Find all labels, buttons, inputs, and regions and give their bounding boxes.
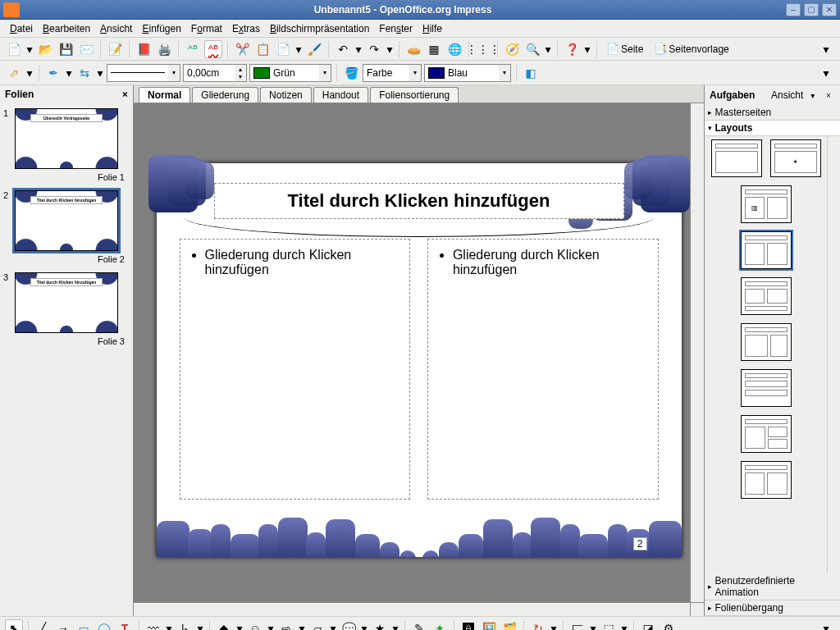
text-tool-icon[interactable]: T [116, 619, 134, 631]
align-dropdown[interactable]: ▾ [589, 619, 597, 631]
tasks-view-dropdown-icon[interactable]: ▾ [806, 89, 819, 102]
section-transition[interactable]: ▸Folienübergang [705, 600, 840, 616]
fill-color-select[interactable]: Blau▾ [424, 64, 511, 82]
select-tool-icon[interactable]: ⬉ [5, 619, 23, 631]
line-tool-icon[interactable]: ╱ [34, 619, 52, 631]
arrange-dropdown[interactable]: ▾ [620, 619, 628, 631]
block-arrows-icon[interactable]: ⇨ [277, 619, 295, 631]
layout-thumb[interactable] [711, 139, 762, 177]
layout-thumb[interactable] [741, 415, 792, 453]
drawing-overflow-icon[interactable]: ▾ [817, 619, 835, 631]
new-doc-dropdown[interactable]: ▾ [25, 40, 34, 58]
slides-panel-close-icon[interactable]: × [122, 89, 128, 100]
pointer-dropdown[interactable]: ▾ [25, 64, 34, 82]
arrow-tool-icon[interactable]: → [54, 619, 72, 631]
undo-dropdown[interactable]: ▾ [354, 40, 363, 58]
callouts-dropdown[interactable]: ▾ [360, 619, 368, 631]
gluepoints-icon[interactable]: ✦ [431, 619, 449, 631]
print-icon[interactable]: 🖨️ [155, 40, 173, 58]
layout-thumb[interactable] [741, 323, 792, 361]
redo-dropdown[interactable]: ▾ [386, 40, 394, 58]
zoom-dropdown[interactable]: ▾ [544, 40, 552, 58]
menu-bearbeiten[interactable]: Bearbeiten [38, 23, 95, 34]
menu-hilfe[interactable]: Hilfe [418, 23, 447, 34]
help-dropdown[interactable]: ▾ [583, 40, 591, 58]
arrow-ends-dropdown[interactable]: ▾ [96, 64, 104, 82]
mail-icon[interactable]: ✉️ [77, 40, 95, 58]
tab-notizen[interactable]: Notizen [260, 87, 312, 103]
line-pattern-select[interactable]: ▾ [107, 64, 180, 82]
gallery-icon[interactable]: 🗂️ [500, 619, 518, 631]
copy-icon[interactable]: 📋 [253, 40, 272, 58]
layout-thumb[interactable]: ✶ [770, 139, 821, 177]
line-style-icon[interactable]: ✒︎ [44, 64, 62, 82]
shadow-icon[interactable]: ◧ [522, 64, 540, 82]
basic-shapes-icon[interactable]: ◆ [215, 619, 233, 631]
cut-icon[interactable]: ✂️ [233, 40, 251, 58]
arrange-icon[interactable]: ⬚ [600, 619, 618, 631]
section-custom-animation[interactable]: ▸Benutzerdefinierte Animation [705, 573, 840, 600]
new-doc-icon[interactable]: 📄 [5, 40, 23, 58]
paste-icon[interactable]: 📄 [274, 40, 292, 58]
tasks-view-label[interactable]: Ansicht [771, 89, 803, 101]
minimize-button[interactable]: – [786, 3, 801, 16]
tab-handout[interactable]: Handout [313, 87, 368, 103]
layout-thumb[interactable] [741, 369, 792, 407]
rotate-icon[interactable]: ↻ [529, 619, 547, 631]
slide-canvas[interactable]: Titel durch Klicken hinzufügen Gliederun… [134, 103, 704, 616]
table-icon[interactable]: ▦ [425, 40, 443, 58]
undo-icon[interactable]: ↶ [334, 40, 352, 58]
interaction-icon[interactable]: ⚙ [660, 619, 678, 631]
menu-datei[interactable]: Datei [5, 23, 38, 34]
pdf-export-icon[interactable]: 📕 [135, 40, 153, 58]
edit-doc-icon[interactable]: 📝 [106, 40, 124, 58]
slides-list[interactable]: 1 Übersicht Vortragsseite Folie 1 2 Tite… [0, 103, 133, 616]
section-masterseiten[interactable]: ▸Masterseiten [705, 105, 840, 121]
format-paintbrush-icon[interactable]: 🖌️ [305, 40, 323, 58]
menu-einfuegen[interactable]: Einfügen [137, 23, 185, 34]
basic-shapes-dropdown[interactable]: ▾ [235, 619, 244, 631]
layout-thumb[interactable] [741, 231, 792, 269]
fill-bucket-icon[interactable]: 🪣 [342, 64, 360, 82]
stars-icon[interactable]: ★ [371, 619, 389, 631]
layout-thumb[interactable] [741, 461, 792, 499]
from-file-icon[interactable]: 🖼️ [480, 619, 498, 631]
navigator-icon[interactable]: 🧭 [503, 40, 521, 58]
menu-bildschirmpraesentation[interactable]: Bildschirmpräsentation [265, 23, 374, 34]
menu-fenster[interactable]: Fenster [374, 23, 418, 34]
spellcheck-icon[interactable]: ᴬᴮ [184, 40, 202, 58]
redo-icon[interactable]: ↷ [365, 40, 383, 58]
open-icon[interactable]: 📂 [36, 40, 54, 58]
vertical-scrollbar[interactable] [690, 103, 704, 602]
rotate-dropdown[interactable]: ▾ [550, 619, 558, 631]
page-template-button[interactable]: 📑Seitenvorlage [650, 40, 733, 58]
layouts-list[interactable]: ✶ ▥ [705, 136, 827, 573]
section-layouts[interactable]: ▾Layouts [705, 121, 840, 136]
layout-thumb[interactable] [741, 277, 792, 315]
outline-right-placeholder[interactable]: Gliederung durch Klicken hinzufügen [427, 239, 659, 500]
slide-thumb[interactable]: 2 Titel durch Klicken hinzufügen [3, 190, 130, 251]
outline-left-placeholder[interactable]: Gliederung durch Klicken hinzufügen [180, 239, 411, 500]
tasks-panel-close-icon[interactable]: × [822, 89, 835, 102]
tab-gliederung[interactable]: Gliederung [192, 87, 258, 103]
fill-type-select[interactable]: Farbe▾ [363, 64, 422, 82]
curve-tool-icon[interactable]: 〰 [144, 619, 162, 631]
connector-dropdown[interactable]: ▾ [196, 619, 204, 631]
menu-ansicht[interactable]: Ansicht [95, 23, 137, 34]
title-placeholder[interactable]: Titel durch Klicken hinzufügen [214, 183, 624, 219]
toolbar-overflow-icon[interactable]: ▾ [817, 40, 835, 58]
layout-thumb[interactable]: ▥ [741, 185, 792, 223]
slide-thumb[interactable]: 3 Titel durch Klicken hinzufügen [3, 272, 130, 333]
connector-tool-icon[interactable]: ↳ [176, 619, 194, 631]
stars-dropdown[interactable]: ▾ [391, 619, 399, 631]
pointer-tool-icon[interactable]: ⬀ [5, 64, 23, 82]
extrusion-icon[interactable]: ◪ [639, 619, 657, 631]
autospell-icon[interactable]: ᴬᴮ [204, 40, 222, 58]
hyperlink-icon[interactable]: 🌐 [445, 40, 463, 58]
paste-dropdown[interactable]: ▾ [294, 40, 303, 58]
rect-tool-icon[interactable]: ▭ [75, 619, 93, 631]
symbol-shapes-dropdown[interactable]: ▾ [267, 619, 275, 631]
tab-normal[interactable]: Normal [139, 87, 190, 103]
zoom-icon[interactable]: 🔍 [523, 40, 541, 58]
symbol-shapes-icon[interactable]: ☺ [246, 619, 264, 631]
